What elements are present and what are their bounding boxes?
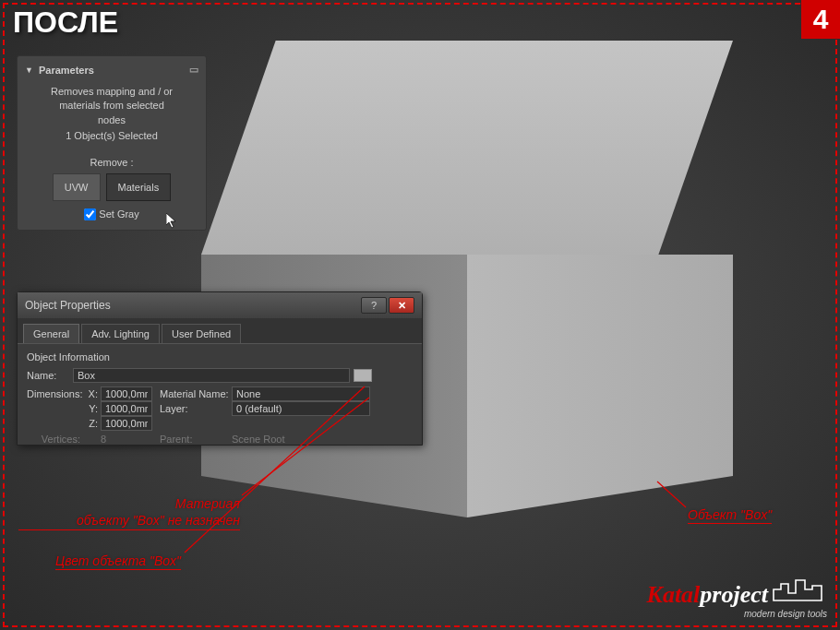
parameters-title: Parameters bbox=[39, 65, 94, 76]
vertices-label: Vertices: bbox=[27, 434, 84, 445]
parameters-rollout: ▼ Parameters ▭ Removes mapping and / or … bbox=[17, 55, 207, 231]
annotation-material-not-assigned: Материал объекту "Box" не назначен bbox=[18, 495, 240, 530]
uvw-button[interactable]: UVW bbox=[53, 173, 101, 201]
selection-status: 1 Object(s) Selected bbox=[27, 129, 197, 143]
tab-general[interactable]: General bbox=[23, 324, 79, 343]
layer-label: Layer: bbox=[160, 403, 232, 414]
dim-x-label: X: bbox=[84, 388, 101, 399]
watermark-logo: Katal project modern design tools bbox=[647, 577, 827, 619]
dialog-help-button[interactable]: ? bbox=[361, 297, 387, 314]
tab-user-defined[interactable]: User Defined bbox=[162, 324, 241, 343]
name-label: Name: bbox=[27, 370, 73, 381]
rollout-menu-icon[interactable]: ▭ bbox=[189, 64, 198, 76]
vertices-value: 8 bbox=[101, 434, 152, 445]
annotation-object-box: Объект "Box" bbox=[688, 507, 772, 524]
set-gray-text: Set Gray bbox=[99, 208, 138, 220]
object-information-group: Object Information bbox=[27, 351, 413, 363]
dim-y-label: Y: bbox=[84, 403, 101, 414]
step-number-badge: 4 bbox=[801, 0, 840, 39]
dim-y-field bbox=[101, 401, 152, 416]
remove-label: Remove : bbox=[18, 157, 206, 168]
parent-label: Parent: bbox=[160, 434, 232, 445]
params-desc-line1: Removes mapping and / or bbox=[27, 85, 197, 99]
params-desc-line2: materials from selected bbox=[27, 99, 197, 113]
viewport-cube-right bbox=[467, 255, 733, 531]
material-name-field bbox=[232, 386, 370, 401]
parent-value: Scene Root bbox=[232, 434, 284, 445]
materials-button[interactable]: Materials bbox=[106, 173, 172, 201]
logo-skyline-icon bbox=[772, 577, 827, 602]
logo-part1: Katal bbox=[647, 581, 701, 609]
object-color-swatch[interactable] bbox=[354, 369, 372, 382]
name-field[interactable] bbox=[73, 368, 350, 383]
material-name-label: Material Name: bbox=[160, 388, 232, 399]
viewport-cube-top bbox=[201, 41, 733, 255]
dialog-close-button[interactable]: ✕ bbox=[389, 297, 414, 314]
set-gray-checkbox-label[interactable]: Set Gray bbox=[84, 208, 138, 220]
annotation-object-color: Цвет объекта "Box" bbox=[55, 553, 181, 570]
dialog-title: Object Properties bbox=[25, 299, 111, 312]
dimensions-label: Dimensions: bbox=[27, 388, 84, 399]
rollout-collapse-icon[interactable]: ▼ bbox=[25, 65, 33, 75]
cursor-icon bbox=[166, 213, 179, 230]
params-desc-line3: nodes bbox=[27, 113, 197, 127]
dim-z-label: Z: bbox=[84, 418, 101, 429]
logo-part2: project bbox=[700, 581, 768, 609]
tab-adv-lighting[interactable]: Adv. Lighting bbox=[81, 324, 160, 343]
dim-x-field bbox=[101, 386, 152, 401]
set-gray-checkbox[interactable] bbox=[84, 208, 96, 220]
dim-z-field bbox=[101, 416, 152, 431]
object-properties-dialog: Object Properties ? ✕ General Adv. Light… bbox=[17, 291, 423, 446]
layer-field bbox=[232, 401, 370, 416]
page-title: ПОСЛЕ bbox=[13, 6, 118, 40]
logo-tagline: modern design tools bbox=[647, 609, 827, 619]
